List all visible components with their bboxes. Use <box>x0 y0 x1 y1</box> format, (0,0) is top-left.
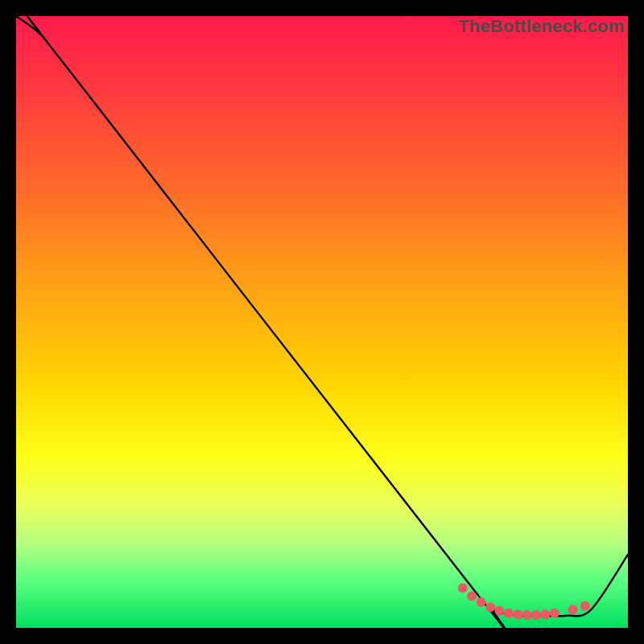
marker-dot <box>540 609 550 619</box>
marker-dot <box>458 584 468 593</box>
marker-dot <box>580 601 590 611</box>
marker-dot <box>477 597 486 607</box>
marker-dot <box>504 609 514 618</box>
marker-dot <box>467 591 477 601</box>
marker-dot <box>485 602 495 612</box>
marker-dot <box>550 609 559 618</box>
highlight-markers <box>458 584 590 620</box>
chart-svg <box>16 16 628 628</box>
marker-dot <box>568 605 578 614</box>
marker-dot <box>531 610 541 620</box>
marker-dot <box>494 606 504 616</box>
marker-dot <box>513 609 522 619</box>
curve-line <box>16 16 628 628</box>
marker-dot <box>522 610 532 620</box>
watermark-text: TheBottleneck.com <box>459 16 625 37</box>
chart-frame: TheBottleneck.com <box>16 16 628 628</box>
